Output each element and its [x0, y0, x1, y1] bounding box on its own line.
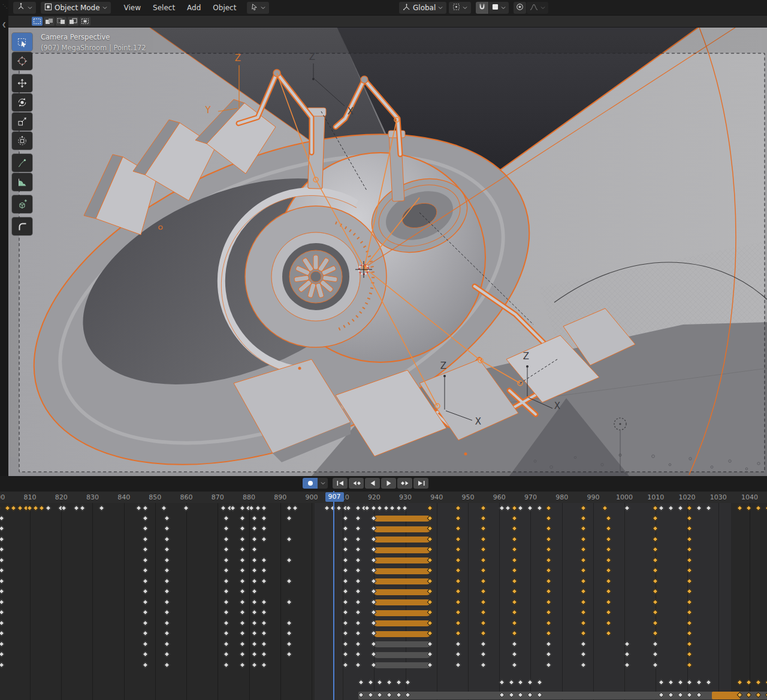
- keyframe-diamond[interactable]: [11, 505, 17, 511]
- keyframe-diamond[interactable]: [221, 505, 227, 511]
- play-reverse-button[interactable]: [365, 478, 380, 489]
- keyframe-diamond[interactable]: [164, 526, 170, 532]
- held-keys-bar[interactable]: [374, 568, 430, 574]
- held-keys-bar[interactable]: [374, 526, 430, 532]
- keyframe-diamond[interactable]: [224, 599, 230, 605]
- keyframe-diamond[interactable]: [252, 641, 258, 647]
- keyframe-diamond[interactable]: [142, 620, 148, 626]
- keyframe-diamond[interactable]: [261, 515, 267, 521]
- keyframe-diamond[interactable]: [239, 589, 245, 595]
- keyframe-diamond[interactable]: [224, 641, 230, 647]
- keyframe-diamond[interactable]: [756, 679, 762, 685]
- keyframe-diamond[interactable]: [142, 547, 148, 553]
- keyframe-diamond[interactable]: [239, 557, 245, 563]
- keyframe-diamond[interactable]: [224, 536, 230, 542]
- keyframe-diamond[interactable]: [142, 578, 148, 584]
- auto-key-button[interactable]: [303, 478, 318, 489]
- keyframe-diamond[interactable]: [239, 651, 245, 657]
- keyframe-diamond[interactable]: [39, 505, 45, 511]
- keyframe-diamond[interactable]: [736, 679, 742, 685]
- held-keys-bar[interactable]: [374, 662, 430, 668]
- keyframe-diamond[interactable]: [286, 641, 292, 647]
- keyframe-diamond[interactable]: [0, 610, 4, 616]
- keyframe-diamond[interactable]: [239, 568, 245, 574]
- keyframe-diamond[interactable]: [142, 515, 148, 521]
- keyframe-diamond[interactable]: [286, 578, 292, 584]
- keyframe-diamond[interactable]: [0, 641, 4, 647]
- keyframe-diamond[interactable]: [252, 589, 258, 595]
- falloff-dropdown[interactable]: [527, 2, 548, 14]
- rotate-tool-button[interactable]: [12, 93, 32, 111]
- keyframe-diamond[interactable]: [164, 547, 170, 553]
- keyframe-diamond[interactable]: [0, 631, 4, 637]
- keyframe-diamond[interactable]: [286, 599, 292, 605]
- keyframe-diamond[interactable]: [252, 568, 258, 574]
- select-mode-extend[interactable]: [44, 17, 55, 26]
- timeline-keyframe-area[interactable]: [0, 503, 767, 700]
- keyframe-diamond[interactable]: [224, 620, 230, 626]
- measure-tool-button[interactable]: [12, 173, 32, 191]
- held-keys-bar[interactable]: [374, 578, 430, 584]
- keyframe-diamond[interactable]: [164, 589, 170, 595]
- keyframe-diamond[interactable]: [736, 505, 742, 511]
- selected-strip-bar[interactable]: [712, 692, 740, 699]
- keyframe-diamond[interactable]: [252, 599, 258, 605]
- keyframe-diamond[interactable]: [164, 610, 170, 616]
- keyframe-diamond[interactable]: [164, 557, 170, 563]
- keyframe-diamond[interactable]: [224, 578, 230, 584]
- keyframe-diamond[interactable]: [286, 505, 292, 511]
- keyframe-diamond[interactable]: [142, 568, 148, 574]
- keyframe-diamond[interactable]: [765, 505, 767, 511]
- snap-toggle[interactable]: [476, 2, 488, 14]
- held-keys-bar[interactable]: [374, 620, 430, 626]
- keyframe-diamond[interactable]: [224, 651, 230, 657]
- keyframe-diamond[interactable]: [224, 662, 230, 668]
- keyframe-diamond[interactable]: [73, 505, 79, 511]
- add-cube-tool-button[interactable]: [12, 195, 32, 213]
- keyframe-diamond[interactable]: [261, 568, 267, 574]
- held-keys-bar[interactable]: [374, 516, 430, 522]
- auto-key-menu-button[interactable]: [318, 478, 328, 489]
- pivot-point-dropdown[interactable]: [449, 2, 471, 14]
- keyframe-diamond[interactable]: [252, 536, 258, 542]
- keyframe-diamond[interactable]: [0, 547, 4, 553]
- keyframe-diamond[interactable]: [0, 536, 4, 542]
- keyframe-diamond[interactable]: [746, 679, 752, 685]
- menu-add[interactable]: Add: [181, 2, 207, 14]
- keyframe-diamond[interactable]: [161, 505, 167, 511]
- select-mode-intersect[interactable]: [80, 17, 90, 26]
- keyframe-diamond[interactable]: [239, 515, 245, 521]
- keyframe-diamond[interactable]: [261, 578, 267, 584]
- keyframe-diamond[interactable]: [164, 662, 170, 668]
- keyframe-diamond[interactable]: [142, 505, 148, 511]
- keyframe-diamond[interactable]: [164, 599, 170, 605]
- keyframe-diamond[interactable]: [239, 547, 245, 553]
- current-frame-badge[interactable]: 907: [325, 492, 344, 502]
- mode-dropdown[interactable]: Object Mode: [41, 2, 111, 14]
- play-button[interactable]: [381, 478, 396, 489]
- keyframe-diamond[interactable]: [239, 620, 245, 626]
- keyframe-diamond[interactable]: [239, 641, 245, 647]
- keyframe-diamond[interactable]: [164, 536, 170, 542]
- timeline-ruler[interactable]: 8008108208308408508608708808909009109209…: [0, 491, 767, 503]
- keyframe-diamond[interactable]: [252, 610, 258, 616]
- keyframe-diamond[interactable]: [0, 578, 4, 584]
- keyframe-diamond[interactable]: [261, 610, 267, 616]
- keyframe-diamond[interactable]: [261, 599, 267, 605]
- keyframe-diamond[interactable]: [0, 515, 4, 521]
- keyframe-diamond[interactable]: [286, 620, 292, 626]
- keyframe-diamond[interactable]: [239, 631, 245, 637]
- keyframe-diamond[interactable]: [261, 536, 267, 542]
- active-tool-dropdown[interactable]: [247, 2, 269, 14]
- keyframe-diamond[interactable]: [142, 526, 148, 532]
- held-keys-bar[interactable]: [374, 652, 430, 658]
- keyframe-diamond[interactable]: [286, 515, 292, 521]
- keyframe-diamond[interactable]: [261, 620, 267, 626]
- held-keys-bar[interactable]: [374, 547, 430, 553]
- keyframe-diamond[interactable]: [224, 547, 230, 553]
- keyframe-diamond[interactable]: [756, 505, 762, 511]
- keyframe-diamond[interactable]: [261, 662, 267, 668]
- keyframe-diamond[interactable]: [252, 651, 258, 657]
- keyframe-diamond[interactable]: [252, 557, 258, 563]
- keyframe-diamond[interactable]: [286, 536, 292, 542]
